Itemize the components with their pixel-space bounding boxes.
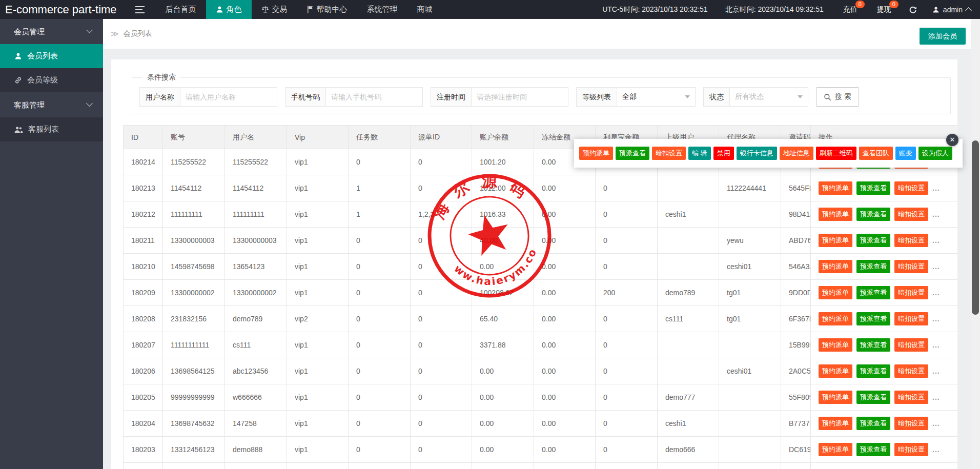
action-reserve-dispatch-button[interactable]: 预约派单 <box>819 312 852 325</box>
more-actions-button[interactable]: ... <box>932 393 940 401</box>
more-actions-button[interactable]: ... <box>932 236 940 244</box>
action-dispatch-view-button[interactable]: 预派查看 <box>856 181 890 195</box>
search-select-value-status: 所有状态 <box>735 92 764 101</box>
popup-action-address-info-button[interactable]: 地址信息 <box>780 147 813 160</box>
top-menu-item-home[interactable]: 后台首页 <box>156 0 206 19</box>
action-deduct-setting-button[interactable]: 暗扣设置 <box>894 181 928 195</box>
action-dispatch-view-button[interactable]: 预派查看 <box>856 208 890 221</box>
popup-action-disable-button[interactable]: 禁用 <box>713 147 734 160</box>
action-deduct-setting-button[interactable]: 暗扣设置 <box>894 286 928 299</box>
search-panel-legend: 条件搜索 <box>142 73 180 82</box>
search-select-level[interactable]: 全部 <box>617 87 696 107</box>
popup-action-balance-change-button[interactable]: 账变 <box>895 147 916 160</box>
cell-frozen: 0.00 <box>534 254 596 280</box>
cell-account: 231832156 <box>163 306 225 332</box>
more-actions-button[interactable]: ... <box>932 419 940 427</box>
action-deduct-setting-button[interactable]: 暗扣设置 <box>894 338 928 352</box>
row-actions: 预约派单预派查看暗扣设置... <box>819 181 957 195</box>
recharge-link[interactable]: 充值 0 <box>843 5 858 14</box>
action-dispatch-view-button[interactable]: 预派查看 <box>856 260 890 273</box>
search-select-status[interactable]: 所有状态 <box>730 87 808 107</box>
cell-username: 13654123 <box>225 254 287 280</box>
scrollbar-thumb[interactable] <box>972 140 979 315</box>
action-dispatch-view-button[interactable]: 预派查看 <box>856 286 890 299</box>
action-deduct-setting-button[interactable]: 暗扣设置 <box>894 443 928 456</box>
search-input-reg-time[interactable] <box>472 87 568 107</box>
sidebar-group-member-management[interactable]: 会员管理 <box>0 19 103 44</box>
cell-actions: 预约派单预派查看暗扣设置... <box>811 463 958 469</box>
cell-tasks: 0 <box>349 228 411 254</box>
cell-vip: vip1 <box>287 175 349 201</box>
action-dispatch-view-button[interactable]: 预派查看 <box>856 391 890 404</box>
users-icon <box>14 126 23 133</box>
action-deduct-setting-button[interactable]: 暗扣设置 <box>894 417 928 430</box>
action-reserve-dispatch-button[interactable]: 预约派单 <box>819 417 852 430</box>
action-reserve-dispatch-button[interactable]: 预约派单 <box>819 181 852 195</box>
action-deduct-setting-button[interactable]: 暗扣设置 <box>894 234 928 247</box>
action-deduct-setting-button[interactable]: 暗扣设置 <box>894 391 928 404</box>
more-actions-button[interactable]: ... <box>932 289 940 297</box>
action-dispatch-view-button[interactable]: 预派查看 <box>856 234 890 247</box>
vertical-scrollbar[interactable] <box>971 19 980 469</box>
action-dispatch-view-button[interactable]: 预派查看 <box>856 443 890 456</box>
action-reserve-dispatch-button[interactable]: 预约派单 <box>819 364 852 378</box>
sidebar-item-member-level[interactable]: 会员等级 <box>0 68 103 92</box>
action-dispatch-view-button[interactable]: 预派查看 <box>856 417 890 430</box>
add-member-button[interactable]: 添加会员 <box>920 28 966 45</box>
popup-action-refresh-qrcode-button[interactable]: 刷新二维码 <box>816 147 856 160</box>
action-reserve-dispatch-button[interactable]: 预约派单 <box>819 234 852 247</box>
breadcrumb-bar: ≫ 会员列表 添加会员 <box>103 19 971 49</box>
top-menu-item-help-center[interactable]: 帮助中心 <box>297 0 357 19</box>
cell-upline: ceshi1 <box>658 201 719 228</box>
action-dispatch-view-button[interactable]: 预派查看 <box>856 338 890 352</box>
popup-action-set-fake-button[interactable]: 设为假人 <box>918 147 952 160</box>
action-deduct-setting-button[interactable]: 暗扣设置 <box>894 260 928 273</box>
popup-action-dispatch-view-button[interactable]: 预派查看 <box>616 147 649 160</box>
cell-dispatch-id: 0 <box>411 254 472 280</box>
more-actions-button[interactable]: ... <box>932 445 940 454</box>
more-actions-button[interactable]: ... <box>932 315 940 323</box>
withdraw-label: 提现 <box>877 5 891 13</box>
action-dispatch-view-button[interactable]: 预派查看 <box>856 364 890 378</box>
cell-tasks: 0 <box>349 332 411 358</box>
sidebar-item-service-list[interactable]: 客服列表 <box>0 117 103 141</box>
top-menu-item-mall[interactable]: 商城 <box>407 0 442 19</box>
action-deduct-setting-button[interactable]: 暗扣设置 <box>894 364 928 378</box>
cell-account: 13312456123 <box>163 437 225 463</box>
action-reserve-dispatch-button[interactable]: 预约派单 <box>819 391 852 404</box>
action-reserve-dispatch-button[interactable]: 预约派单 <box>819 338 852 352</box>
cell-agent: ceshi01 <box>719 254 781 280</box>
action-reserve-dispatch-button[interactable]: 预约派单 <box>819 208 852 221</box>
top-menu-item-trade[interactable]: 交易 <box>252 0 297 19</box>
popup-action-view-team-button[interactable]: 查看团队 <box>859 147 893 160</box>
sidebar-group-service-management[interactable]: 客服管理 <box>0 92 103 117</box>
search-input-username[interactable] <box>180 87 277 107</box>
refresh-icon[interactable] <box>909 6 917 14</box>
search-input-phone[interactable] <box>326 87 423 107</box>
popup-action-bank-info-button[interactable]: 银行卡信息 <box>737 147 777 160</box>
top-menu-item-system[interactable]: 系统管理 <box>357 0 407 19</box>
search-button[interactable]: 搜 索 <box>816 87 859 107</box>
popup-action-edit-button[interactable]: 编 辑 <box>688 147 711 160</box>
more-actions-button[interactable]: ... <box>932 367 940 375</box>
action-deduct-setting-button[interactable]: 暗扣设置 <box>894 312 928 325</box>
col-tasks: 任务数 <box>349 126 411 149</box>
action-reserve-dispatch-button[interactable]: 预约派单 <box>819 443 852 456</box>
popup-action-deduct-setting-button[interactable]: 暗扣设置 <box>652 147 686 160</box>
cell-tasks: 0 <box>349 254 411 280</box>
more-actions-button[interactable]: ... <box>932 210 940 218</box>
popup-action-reserve-dispatch-button[interactable]: 预约派单 <box>579 147 613 160</box>
user-menu[interactable]: admin <box>932 6 971 14</box>
sidebar-item-member-list[interactable]: 会员列表 <box>0 44 103 68</box>
close-icon[interactable]: ✕ <box>946 134 958 146</box>
action-reserve-dispatch-button[interactable]: 预约派单 <box>819 286 852 299</box>
action-reserve-dispatch-button[interactable]: 预约派单 <box>819 260 852 273</box>
withdraw-link[interactable]: 提现 0 <box>877 5 891 14</box>
more-actions-button[interactable]: ... <box>932 262 940 271</box>
top-menu-item-role[interactable]: 角色 <box>206 0 252 19</box>
more-actions-button[interactable]: ... <box>932 341 940 349</box>
action-deduct-setting-button[interactable]: 暗扣设置 <box>894 208 928 221</box>
more-actions-button[interactable]: ... <box>932 184 940 192</box>
action-dispatch-view-button[interactable]: 预派查看 <box>856 312 890 325</box>
hamburger-menu-icon[interactable] <box>124 0 156 19</box>
